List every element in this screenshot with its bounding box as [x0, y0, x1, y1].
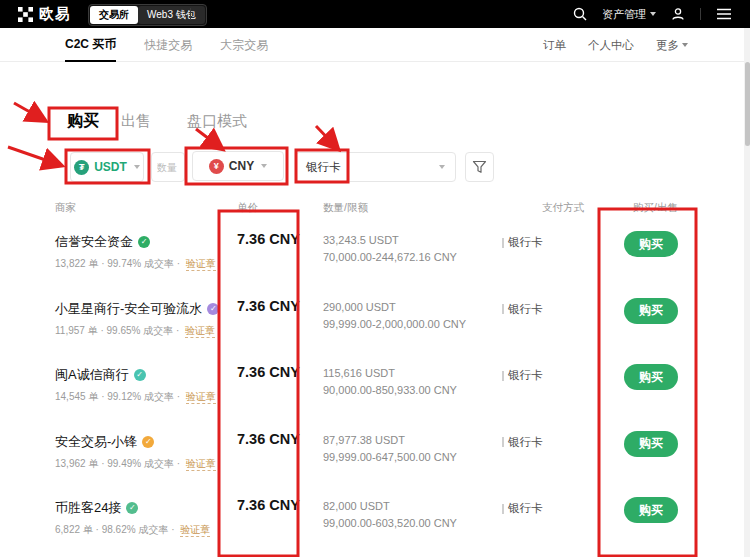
tab-buy[interactable]: 购买 — [67, 111, 99, 132]
topbar-separator — [700, 8, 701, 20]
amount-input[interactable] — [152, 153, 184, 181]
table-row: 小星星商行-安全可验流水 ✓ 11,957 单 · 99.65% 成交率 · 验… — [0, 291, 750, 358]
table-row: 币胜客24接 ✓ 6,822 单 · 98.62% 成交率 · 验证章 7.36… — [0, 490, 750, 557]
order-limit: 90,000.00-850,933.00 CNY — [323, 382, 457, 399]
merchant-name[interactable]: 安全交易-小锋 — [55, 433, 137, 451]
offer-list: 信誉安全资金 ✓ 13,822 单 · 99.74% 成交率 · 验证章 7.3… — [0, 224, 750, 557]
profile-center-link[interactable]: 个人中心 — [588, 38, 634, 53]
order-limit: 99,999.00-2,000,000.00 CNY — [323, 316, 466, 333]
payment-method-select[interactable]: 银行卡 — [295, 152, 456, 182]
tab-express-trade[interactable]: 快捷交易 — [144, 28, 192, 62]
crypto-select[interactable]: ₮ USDT — [70, 152, 144, 182]
nav-tabs: C2C 买币 快捷交易 大宗交易 — [65, 28, 268, 62]
crypto-select-value: USDT — [94, 160, 127, 174]
buy-button[interactable]: 购买 — [624, 497, 678, 523]
nav-right: 订单 个人中心 更多 — [543, 28, 688, 62]
more-menu-label: 更多 — [656, 38, 679, 53]
buy-button[interactable]: 购买 — [624, 298, 678, 324]
payment-color-bar — [502, 238, 504, 248]
web3-wallet-tab-button[interactable]: Web3 钱包 — [138, 6, 205, 24]
header-price: 单价 — [237, 201, 258, 215]
topbar-right: 资产管理 — [573, 0, 732, 28]
merchant-verified-icon: ✓ — [126, 502, 138, 514]
merchant-stats: 6,822 单 · 98.62% 成交率 · — [55, 524, 175, 535]
orders-link[interactable]: 订单 — [543, 38, 566, 53]
payment-method-cell: 银行卡 — [502, 368, 543, 383]
payment-method-name: 银行卡 — [508, 302, 543, 317]
merchant-verified-icon: ✓ — [134, 369, 146, 381]
topbar-divider — [190, 8, 191, 20]
payment-method-cell: 银行卡 — [502, 501, 543, 516]
amount-input-wrap — [151, 152, 185, 182]
merchant-name[interactable]: 闽A诚信商行 — [55, 366, 129, 384]
header-buy-sell: 购买/出售 — [633, 201, 678, 215]
merchant-verified-icon: ✓ — [138, 236, 150, 248]
usdt-icon: ₮ — [74, 160, 89, 175]
payment-method-cell: 银行卡 — [502, 435, 543, 450]
annotation-arrow-bankcard — [316, 126, 337, 148]
payment-method-cell: 银行卡 — [502, 235, 543, 250]
fiat-select[interactable]: ¥ CNY — [192, 151, 284, 181]
buy-button[interactable]: 购买 — [624, 364, 678, 390]
merchant-verified-icon: ✓ — [207, 303, 219, 315]
verify-badge[interactable]: 验证章 — [185, 325, 215, 338]
merchant-stats: 11,957 单 · 99.65% 成交率 · — [55, 325, 179, 336]
verify-badge[interactable]: 验证章 — [186, 258, 216, 271]
chevron-down-icon — [261, 164, 267, 168]
unit-price: 7.36 CNY — [237, 231, 300, 247]
verify-badge[interactable]: 验证章 — [180, 524, 210, 537]
profile-icon[interactable] — [671, 7, 685, 21]
available-amount: 290,000 USDT — [323, 299, 466, 316]
merchant-name[interactable]: 信誉安全资金 — [55, 233, 133, 251]
chevron-down-icon — [682, 43, 688, 47]
annotation-arrow-usdt — [8, 147, 60, 165]
scrollbar-thumb[interactable] — [745, 62, 750, 146]
more-menu[interactable]: 更多 — [656, 38, 688, 53]
payment-method-name: 银行卡 — [508, 435, 543, 450]
payment-method-value: 银行卡 — [306, 160, 437, 175]
buy-button[interactable]: 购买 — [624, 431, 678, 457]
available-amount: 33,243.5 USDT — [323, 232, 457, 249]
scrollbar-track[interactable] — [744, 28, 750, 557]
okx-c2c-buy-page: 欧易 交易所 Web3 钱包 资产管理 C2C 买币 — [0, 0, 750, 557]
exchange-tab-button[interactable]: 交易所 — [90, 6, 138, 24]
table-row: 安全交易-小锋 ✓ 13,962 单 · 99.49% 成交率 · 验证章 7.… — [0, 424, 750, 491]
okx-logo-icon — [18, 7, 33, 22]
available-amount: 115,616 USDT — [323, 365, 457, 382]
payment-method-name: 银行卡 — [508, 235, 543, 250]
okx-logo[interactable]: 欧易 — [18, 0, 71, 28]
brand-name: 欧易 — [39, 5, 71, 24]
merchant-name[interactable]: 币胜客24接 — [55, 499, 121, 517]
assets-menu[interactable]: 资产管理 — [602, 7, 656, 22]
tab-block-trade[interactable]: 大宗交易 — [220, 28, 268, 62]
assets-menu-label: 资产管理 — [602, 7, 646, 22]
verify-badge[interactable]: 验证章 — [186, 458, 216, 471]
chevron-down-icon — [650, 12, 656, 16]
merchant-verified-icon: ✓ — [142, 436, 154, 448]
annotation-arrow-buy-tab — [14, 103, 44, 120]
search-icon[interactable] — [573, 7, 587, 21]
tab-c2c-buy[interactable]: C2C 买币 — [65, 28, 116, 62]
tab-sell[interactable]: 出售 — [121, 112, 151, 131]
available-amount: 87,977.38 USDT — [323, 432, 457, 449]
menu-icon[interactable] — [716, 8, 732, 20]
unit-price: 7.36 CNY — [237, 497, 300, 513]
unit-price: 7.36 CNY — [237, 364, 300, 380]
cny-icon: ¥ — [209, 159, 224, 174]
payment-method-name: 银行卡 — [508, 501, 543, 516]
payment-color-bar — [502, 437, 504, 447]
payment-method-name: 银行卡 — [508, 368, 543, 383]
filter-button[interactable] — [465, 152, 494, 182]
chevron-down-icon — [134, 165, 140, 169]
header-quantity-limit: 数量/限额 — [323, 201, 368, 215]
order-limit: 70,000.00-244,672.16 CNY — [323, 249, 457, 266]
chevron-down-icon — [439, 165, 445, 169]
unit-price: 7.36 CNY — [237, 431, 300, 447]
payment-color-bar — [502, 304, 504, 314]
merchant-name[interactable]: 小星星商行-安全可验流水 — [55, 300, 202, 318]
tab-orderbook-mode[interactable]: 盘口模式 — [187, 112, 247, 131]
buy-button[interactable]: 购买 — [624, 231, 678, 257]
verify-badge[interactable]: 验证章 — [186, 391, 216, 404]
order-limit: 99,999.00-647,500.00 CNY — [323, 449, 457, 466]
funnel-icon — [472, 160, 487, 174]
